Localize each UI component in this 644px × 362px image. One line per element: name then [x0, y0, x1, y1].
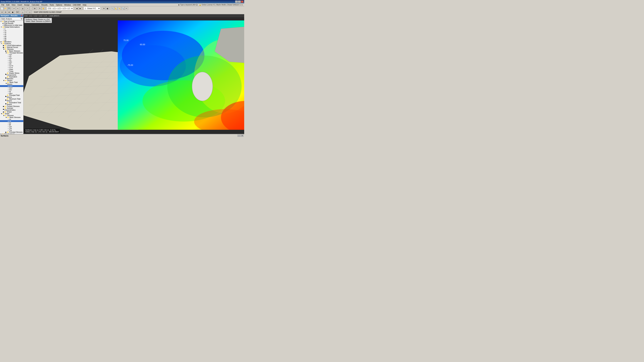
nav-strains[interactable]: ▼📁 Strains: [0, 80, 23, 81]
redo-button[interactable]: ↪: [16, 7, 19, 10]
menu-help[interactable]: Help: [82, 4, 88, 6]
rotate[interactable]: ↻: [38, 7, 42, 10]
next-result[interactable]: ▶: [79, 7, 82, 10]
minimize-button[interactable]: —: [235, 0, 238, 3]
nav-solid-txy[interactable]: ○ Txy: [0, 129, 23, 131]
nav-solids-principal-stresses[interactable]: ▶📁 Principal Stresses: [0, 131, 23, 133]
tb2-6[interactable]: △: [21, 10, 24, 14]
close-button[interactable]: ✕: [241, 0, 244, 3]
nav-contact-stresses[interactable]: ▶📁 Contact Stresses: [0, 105, 23, 107]
new-button[interactable]: 📄: [0, 7, 4, 10]
nav-local-deformations[interactable]: ▶📁 Local Deformations: [0, 44, 23, 46]
nav-taumax[interactable]: ○ τmax: [0, 68, 23, 70]
load-case-selector[interactable]: CO2 · LC1 + LC2 + LC3 + LC4: [46, 7, 74, 10]
nav-principal-stresses[interactable]: ▼📁 Principal Stresses: [0, 52, 23, 54]
nav-principal-total-strains[interactable]: ▶📁 Principal Total Strains: [0, 94, 23, 98]
tb2-3[interactable]: ⊞: [8, 10, 11, 14]
nav-members[interactable]: ▶📁Members: [0, 41, 23, 43]
tb2-4[interactable]: ▣: [11, 10, 14, 14]
render-toggle[interactable]: ▦: [106, 7, 109, 10]
zoom-all[interactable]: ⊞: [33, 7, 36, 10]
menu-window[interactable]: Window: [63, 4, 72, 6]
nav-equiv-total-strains[interactable]: ▶📁 Equivalent Total Strains: [0, 102, 23, 105]
nav-uy[interactable]: ○ uy: [0, 32, 23, 33]
zoom-out[interactable]: -: [30, 7, 33, 10]
nav-tau1mm[interactable]: ○ τ1-m: [0, 67, 23, 68]
save-button[interactable]: 💾: [8, 7, 11, 10]
nav-solid-sy[interactable]: ● σy: [0, 120, 23, 122]
menu-calculate[interactable]: Calculate: [31, 4, 40, 6]
tb2-2[interactable]: ⊟: [4, 10, 7, 14]
nav-eyy-p[interactable]: ○ εyy+: [0, 87, 23, 89]
nav-solids-basic-stresses[interactable]: ▼📁 Basic Stresses: [0, 116, 23, 118]
tb2-7[interactable]: ▽: [24, 10, 28, 14]
tb-extra-2[interactable]: 📐: [114, 7, 118, 10]
tb-extra-4[interactable]: 🔍: [121, 7, 124, 10]
nav-solid-tyz[interactable]: ○ Tyz: [0, 126, 23, 128]
nav-solid-sx[interactable]: ○ σx: [0, 118, 23, 120]
nav-sigma1m[interactable]: ○ σ1-: [0, 59, 23, 61]
nav-epy[interactable]: ○ εpy+: [0, 92, 23, 94]
nav-internal-forces[interactable]: ▶📁 Internal Forces: [0, 46, 23, 48]
display-options[interactable]: ⚙: [102, 7, 106, 10]
nav-sigma3p[interactable]: ○ σ3+: [0, 61, 23, 63]
nav-phiz[interactable]: ○ φz: [0, 39, 23, 41]
navigator-pin[interactable]: 📌: [20, 14, 23, 17]
nav-final-results[interactable]: ●Final Results: [0, 22, 23, 24]
nav-type-of-results[interactable]: ▼ 📁 Type of results: [0, 21, 23, 22]
nav-equiv-stresses[interactable]: ▶📁 Equivalent Stresses: [0, 76, 23, 80]
open-button[interactable]: 📂: [4, 7, 7, 10]
nav-tmax[interactable]: ○ Tmax: [0, 70, 23, 72]
nav-solids[interactable]: ▼📁 Solids: [0, 113, 23, 115]
nav-max-total-strains[interactable]: ▶📁 Maximum Total Strains: [0, 98, 23, 102]
prev-result[interactable]: ◀: [75, 7, 78, 10]
nav-sigma1p[interactable]: ○ σ1+: [0, 57, 23, 59]
nav-phix[interactable]: ○ φx: [0, 35, 23, 37]
nav-global-deformations[interactable]: ▼📁Global Deformations: [0, 26, 23, 28]
nav-isotropic[interactable]: ▶📁 Isotropic Characteristics: [0, 107, 23, 111]
nav-ep[interactable]: ○ εp: [0, 91, 23, 92]
menu-insert[interactable]: Insert: [16, 4, 23, 6]
nav-surfaces[interactable]: ▼📁Surfaces: [0, 43, 23, 44]
print-button[interactable]: 🖨: [21, 7, 24, 10]
nav-sigma3m[interactable]: ○ σ3-: [0, 63, 23, 65]
tb2-5[interactable]: S/C: [16, 10, 19, 14]
pan[interactable]: ✋: [42, 7, 45, 10]
nav-differences[interactable]: ○Differences to initial state: [0, 24, 23, 26]
nav-ux[interactable]: ○ ux: [0, 30, 23, 32]
nav-uz[interactable]: ○ uz: [0, 33, 23, 35]
nav-result-values[interactable]: ▶📁 Result Values: [0, 133, 23, 134]
nav-tau1pm[interactable]: ○ τ1+m: [0, 65, 23, 67]
menu-file[interactable]: File: [0, 4, 5, 6]
menu-edit[interactable]: Edit: [5, 4, 10, 6]
undo-button[interactable]: ↩: [12, 7, 16, 10]
nav-elastic-stress[interactable]: ▶📁 Elastic Stress Components: [0, 72, 23, 76]
surfaces-close[interactable]: ✕: [241, 135, 244, 137]
menu-assign[interactable]: Assign: [23, 4, 31, 6]
menu-cadBIM[interactable]: CAD-BIM: [72, 4, 82, 6]
nav-phiy[interactable]: ○ φy: [0, 37, 23, 39]
nav-stresses[interactable]: ▼📁 Stresses: [0, 48, 23, 50]
tb2-8[interactable]: ◻: [28, 10, 31, 14]
axis-selector[interactable]: 1 · Global XYZ: [84, 7, 100, 10]
tb2-1[interactable]: ⊡: [0, 10, 4, 14]
tb-extra-3[interactable]: 📏: [118, 7, 121, 10]
surfaces-minimize[interactable]: —: [238, 135, 240, 137]
menu-view[interactable]: View: [10, 4, 16, 6]
zoom-in[interactable]: +: [26, 7, 29, 10]
nav-exx-p[interactable]: ● εxx+: [0, 85, 23, 87]
nav-shape[interactable]: ▶📁 Shape: [0, 111, 23, 113]
nav-solids-stresses[interactable]: ▼📁 Stresses: [0, 115, 23, 116]
maximize-button[interactable]: □: [238, 0, 241, 3]
nav-u[interactable]: ○ u: [0, 28, 23, 30]
nav-solid-txz[interactable]: ○ Txz: [0, 128, 23, 129]
nav-solid-sz[interactable]: ○ σz: [0, 122, 23, 124]
analysis-type-selector[interactable]: Static Analysis: [0, 17, 23, 20]
nav-sigma2m[interactable]: ○ σ2-: [0, 56, 23, 57]
menu-options[interactable]: Options: [55, 4, 63, 6]
window-controls[interactable]: — □ ✕: [235, 0, 244, 3]
menu-tools[interactable]: Tools: [48, 4, 55, 6]
tb-extra-5[interactable]: ✂: [125, 7, 128, 10]
nav-sigma2p[interactable]: ○ σ2+: [0, 54, 23, 56]
nav-basic-total-strains[interactable]: ▼📁 Basic Total Strains: [0, 81, 23, 85]
